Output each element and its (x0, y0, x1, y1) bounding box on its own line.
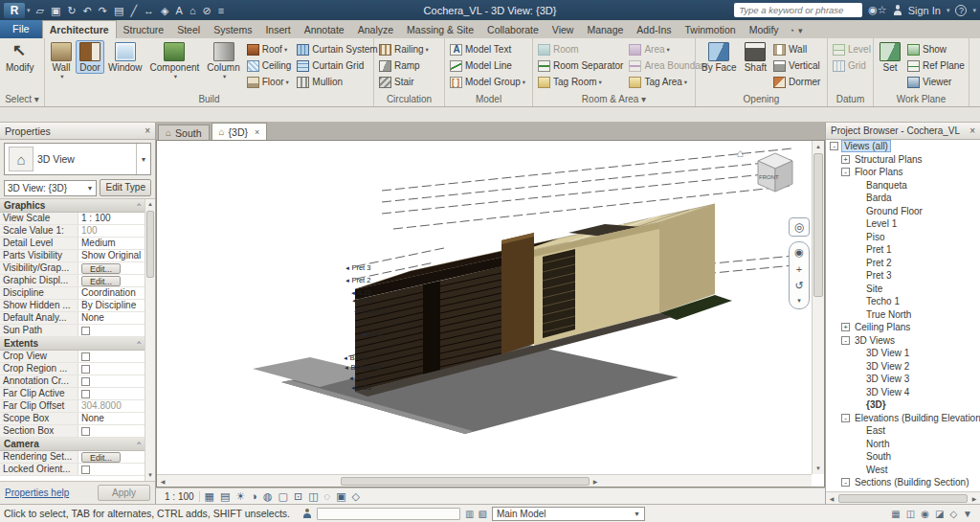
sign-in-arrow-icon[interactable]: ▾ (947, 7, 950, 14)
tag-by-category-icon[interactable]: ◈ (161, 3, 168, 18)
level-marker-barda[interactable]: ◄Barda (343, 353, 368, 362)
property-value[interactable]: Edit... (78, 275, 145, 286)
door-button[interactable]: Door (76, 40, 104, 74)
view-tab-3d[interactable]: ⌂{3D}× (212, 123, 268, 140)
type-selector[interactable]: ⌂ 3D View ▼ (4, 143, 151, 175)
tree-item-pret-2[interactable]: Pret 2 (826, 257, 980, 270)
temporary-view-properties-icon[interactable]: ▣ (336, 489, 345, 504)
ribbon-display-menu-icon[interactable]: ▾ (798, 26, 803, 35)
ref-plane-button[interactable]: Ref Plane (907, 57, 965, 74)
panel-label-select[interactable]: Select ▾ (0, 93, 44, 106)
checkbox[interactable] (81, 327, 90, 335)
scrollbar-thumb[interactable] (146, 211, 154, 278)
close-project-browser-icon[interactable]: × (969, 125, 975, 136)
property-value[interactable] (78, 425, 145, 437)
orbit-icon[interactable]: ↺ (794, 280, 803, 292)
tab-structure[interactable]: Structure (117, 22, 171, 38)
active-design-option-select[interactable]: Main Model ▼ (492, 507, 645, 521)
panel-label-datum[interactable]: Datum (828, 93, 873, 106)
scroll-up-icon[interactable]: ▲ (813, 141, 824, 152)
tab-systems[interactable]: Systems (207, 22, 258, 38)
print-icon[interactable]: ▤ (114, 3, 123, 18)
roof-button[interactable]: Roof▾ (247, 41, 292, 57)
search-icon[interactable]: ◉ (868, 4, 878, 15)
edit-button[interactable]: Edit... (81, 452, 121, 463)
set-button[interactable]: Set (876, 40, 904, 74)
property-value[interactable] (78, 375, 145, 387)
tree-item-floor-plans[interactable]: -Floor Plans (826, 166, 980, 179)
dormer-button[interactable]: Dormer (773, 74, 820, 90)
model-line-button[interactable]: Model Line (450, 57, 525, 74)
collapse-icon[interactable]: - (841, 414, 850, 422)
view-scale-button[interactable]: 1 : 100 (160, 491, 200, 502)
tree-item-techo-1[interactable]: Techo 1 (826, 295, 980, 308)
type-selector-arrow-icon[interactable]: ▼ (136, 144, 150, 174)
property-value[interactable]: 1 : 100 (78, 213, 145, 224)
measure-icon[interactable]: ╱ (130, 3, 137, 18)
tree-item-3d-view-4[interactable]: 3D View 4 (826, 386, 980, 399)
detail-level-icon[interactable]: ▦ (205, 489, 214, 504)
curtain-grid-button[interactable]: Curtain Grid (297, 57, 377, 74)
property-value[interactable]: Edit... (78, 262, 145, 274)
shaft-button[interactable]: Shaft (741, 40, 770, 74)
tree-item-level-1[interactable]: Level 1 (826, 217, 980, 231)
render-icon[interactable]: ◍ (263, 489, 273, 504)
mullion-button[interactable]: Mullion (297, 74, 377, 90)
panel-label-opening[interactable]: Opening (696, 93, 827, 106)
section-header-camera[interactable]: Camera^ (0, 438, 145, 451)
level-button[interactable]: Level (833, 41, 871, 57)
temporary-hide-isolate-icon[interactable]: ◫ (308, 489, 318, 504)
wall-button[interactable]: Wall (773, 41, 820, 57)
tree-item-3d-view-2[interactable]: 3D View 2 (826, 360, 980, 374)
vertical-button[interactable]: Vertical (773, 57, 820, 74)
tab-view[interactable]: View (546, 22, 581, 38)
instance-selector[interactable]: 3D View: {3D} ▼ (4, 180, 97, 196)
building-end-wall[interactable] (659, 204, 715, 313)
tab-analyze[interactable]: Analyze (351, 22, 400, 38)
save-icon[interactable]: ▣ (51, 3, 60, 18)
tab-annotate[interactable]: Annotate (298, 22, 351, 38)
sign-in-button[interactable]: Sign In (908, 5, 941, 16)
model-text-button[interactable]: Model Text (450, 41, 525, 57)
file-tab[interactable]: File (0, 20, 42, 38)
zoom-icon[interactable]: ◉ (794, 246, 804, 259)
undo-icon[interactable]: ↶ (83, 3, 92, 18)
model-group-button[interactable]: Model Group▾ (450, 74, 525, 90)
view-tab-south[interactable]: ⌂South (158, 125, 210, 140)
properties-help-link[interactable]: Properties help (5, 488, 69, 498)
room-separator-button[interactable]: Room Separator (538, 57, 623, 74)
scroll-right-icon[interactable]: ▶ (590, 478, 601, 485)
tree-item-pret-3[interactable]: Pret 3 (826, 269, 980, 283)
ribbon-display-toggle-icon[interactable]: ◔ (790, 26, 794, 35)
show-button[interactable]: Show (907, 41, 965, 57)
close-view-icon[interactable]: × (255, 127, 259, 137)
select-by-face-toggle-icon[interactable]: ◪ (935, 509, 944, 519)
edit-button[interactable]: Edit... (81, 276, 121, 286)
scroll-down-icon[interactable]: ▼ (813, 463, 824, 474)
collapse-icon[interactable]: - (841, 336, 850, 345)
close-properties-icon[interactable]: × (145, 125, 150, 136)
help-icon[interactable]: ? (955, 5, 967, 16)
edit-button[interactable]: Edit... (81, 263, 121, 274)
ramp-button[interactable]: Ramp (379, 57, 429, 74)
tree-item-barda[interactable]: Barda (826, 192, 980, 205)
visual-style-icon[interactable]: ▤ (220, 489, 230, 504)
open-icon[interactable]: ▱ (36, 3, 44, 18)
edit-type-button[interactable]: Edit Type (100, 179, 151, 196)
by-face-button[interactable]: By Face (698, 40, 741, 74)
apply-button[interactable]: Apply (98, 485, 150, 501)
column-button[interactable]: Column▾ (203, 40, 243, 81)
drag-elements-toggle-icon[interactable]: ◇ (949, 509, 957, 519)
floor-button[interactable]: Floor▾ (247, 74, 292, 90)
design-options-icon[interactable]: ▧ (478, 509, 486, 519)
curtain-system-button[interactable]: Curtain System (297, 41, 377, 57)
railing-button[interactable]: Railing▾ (379, 41, 429, 57)
displace-elements-icon[interactable]: ◇ (352, 489, 360, 504)
app-menu-arrow-icon[interactable]: ▾ (27, 7, 31, 14)
checkbox[interactable] (81, 377, 90, 386)
tree-item-banqueta[interactable]: Banqueta (826, 179, 980, 193)
filter-icon[interactable]: ▼ (963, 509, 972, 519)
tab-modify[interactable]: Modify (743, 22, 786, 38)
tree-item-piso[interactable]: Piso (826, 231, 980, 244)
tree-item-east[interactable]: East (826, 424, 980, 438)
